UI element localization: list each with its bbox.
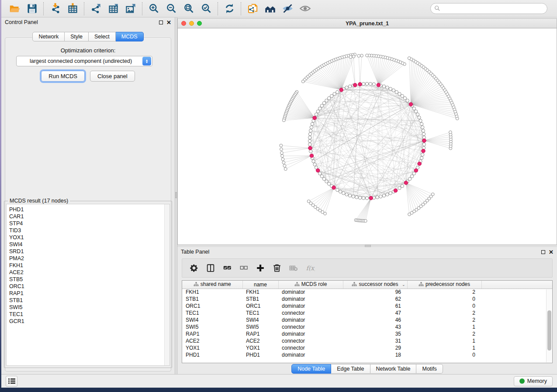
network-node[interactable] bbox=[282, 119, 285, 122]
network-dominator-node[interactable] bbox=[313, 116, 317, 120]
network-node[interactable] bbox=[376, 196, 379, 199]
network-node[interactable] bbox=[372, 83, 375, 86]
network-node[interactable] bbox=[369, 83, 372, 86]
network-dominator-node[interactable] bbox=[422, 139, 426, 143]
network-window-titlebar[interactable]: YPA_prune.txt_1 bbox=[177, 18, 557, 28]
mcds-result-item[interactable]: STB5 bbox=[9, 276, 170, 283]
delete-column-icon[interactable] bbox=[270, 261, 284, 275]
network-dominator-node[interactable] bbox=[394, 189, 398, 193]
mcds-result-item[interactable]: TID3 bbox=[9, 227, 170, 234]
mcds-result-item[interactable]: ACE2 bbox=[9, 269, 170, 276]
network-node[interactable] bbox=[416, 113, 419, 116]
network-dominator-node[interactable] bbox=[414, 168, 418, 172]
tab-style[interactable]: Style bbox=[65, 32, 89, 41]
network-node[interactable] bbox=[421, 126, 424, 129]
tab-network[interactable]: Network bbox=[32, 32, 65, 41]
close-panel-icon[interactable]: ✕ bbox=[549, 249, 554, 255]
network-node[interactable] bbox=[313, 163, 316, 166]
network-node[interactable] bbox=[408, 57, 411, 60]
network-node[interactable] bbox=[322, 101, 325, 104]
zoom-out-icon[interactable] bbox=[163, 1, 180, 16]
network-node[interactable] bbox=[308, 136, 311, 139]
network-dominator-node[interactable] bbox=[353, 83, 357, 87]
network-node[interactable] bbox=[403, 96, 406, 100]
table-row[interactable]: ORC1ORC1dominator610 bbox=[182, 303, 552, 309]
unselect-all-columns-icon[interactable] bbox=[236, 261, 251, 275]
network-node[interactable] bbox=[325, 99, 328, 102]
zoom-in-icon[interactable] bbox=[145, 1, 163, 16]
sort-descending-icon[interactable]: ⌄ bbox=[402, 282, 405, 287]
table-row[interactable]: RAP1RAP1dominator352 bbox=[182, 330, 552, 337]
table-scrollbar-thumb[interactable] bbox=[547, 310, 551, 351]
tab-mcds[interactable]: MCDS bbox=[116, 32, 144, 41]
network-node[interactable] bbox=[284, 168, 287, 171]
mcds-result-item[interactable]: PMA2 bbox=[9, 255, 170, 262]
splitter-grab-handle[interactable] bbox=[175, 192, 177, 198]
float-panel-icon[interactable] bbox=[541, 250, 545, 254]
close-panel-button[interactable]: Close panel bbox=[90, 71, 135, 82]
network-node[interactable] bbox=[366, 54, 369, 57]
column-header-name[interactable]: name bbox=[242, 281, 278, 289]
network-node[interactable] bbox=[422, 133, 425, 136]
import-table-icon[interactable] bbox=[64, 1, 81, 16]
network-node[interactable] bbox=[310, 126, 313, 129]
network-node[interactable] bbox=[401, 94, 404, 97]
network-node[interactable] bbox=[318, 107, 321, 110]
network-node[interactable] bbox=[406, 99, 409, 102]
network-dominator-node[interactable] bbox=[404, 181, 408, 185]
network-node[interactable] bbox=[280, 148, 283, 151]
run-mcds-button[interactable]: Run MCDS bbox=[41, 71, 85, 82]
table-row[interactable]: PHD1PHD1dominator180 bbox=[182, 351, 552, 358]
network-node[interactable] bbox=[315, 113, 318, 116]
network-node[interactable] bbox=[420, 122, 423, 125]
tab-network-table[interactable]: Network Table bbox=[370, 364, 417, 374]
network-node[interactable] bbox=[398, 92, 401, 95]
network-node[interactable] bbox=[408, 177, 411, 180]
network-node[interactable] bbox=[336, 188, 339, 191]
network-node[interactable] bbox=[301, 80, 304, 83]
network-node[interactable] bbox=[382, 85, 385, 88]
export-table-icon[interactable] bbox=[104, 1, 122, 16]
network-node[interactable] bbox=[330, 94, 333, 97]
table-row[interactable]: YOX1YOX1connector291 bbox=[182, 344, 552, 351]
network-node[interactable] bbox=[360, 54, 363, 57]
tab-node-table[interactable]: Node Table bbox=[291, 364, 331, 374]
window-close-icon[interactable] bbox=[181, 21, 186, 26]
network-node[interactable] bbox=[333, 92, 336, 95]
mcds-result-item[interactable]: SRD1 bbox=[9, 248, 170, 255]
mcds-result-list[interactable]: PHD1CAR1STP4TID3YOX1SWI4SRD1PMA2FKH1ACE2… bbox=[6, 204, 170, 366]
mcds-result-item[interactable]: FKH1 bbox=[9, 262, 170, 269]
zoom-selected-icon[interactable] bbox=[197, 1, 215, 16]
table-row[interactable]: FKH1FKH1dominator962 bbox=[182, 289, 552, 296]
mcds-result-item[interactable]: TEC1 bbox=[9, 311, 170, 318]
network-node[interactable] bbox=[349, 55, 352, 58]
network-node[interactable] bbox=[431, 193, 434, 196]
network-node[interactable] bbox=[422, 143, 426, 146]
network-node[interactable] bbox=[386, 193, 389, 196]
mcds-result-item[interactable]: STB1 bbox=[9, 297, 170, 304]
network-node[interactable] bbox=[352, 195, 355, 198]
table-row[interactable]: ACE2ACE2connector311 bbox=[182, 337, 552, 344]
open-file-icon[interactable] bbox=[6, 1, 23, 16]
network-dominator-node[interactable] bbox=[418, 162, 422, 166]
window-minimize-icon[interactable] bbox=[189, 21, 194, 26]
refresh-view-icon[interactable] bbox=[221, 1, 238, 16]
network-node[interactable] bbox=[309, 150, 312, 153]
network-node[interactable] bbox=[308, 133, 311, 136]
network-node[interactable] bbox=[312, 160, 315, 163]
network-node[interactable] bbox=[316, 110, 319, 113]
network-dominator-node[interactable] bbox=[377, 83, 381, 87]
network-dominator-node[interactable] bbox=[310, 154, 314, 158]
network-node[interactable] bbox=[280, 151, 284, 155]
network-node[interactable] bbox=[401, 184, 404, 187]
network-node[interactable] bbox=[419, 119, 422, 122]
network-dominator-node[interactable] bbox=[358, 83, 362, 86]
mcds-result-item[interactable]: ORC1 bbox=[9, 283, 170, 290]
network-node[interactable] bbox=[281, 155, 284, 158]
network-node[interactable] bbox=[322, 177, 325, 180]
show-panels-menu-button[interactable] bbox=[6, 376, 17, 387]
network-dominator-node[interactable] bbox=[332, 186, 336, 189]
network-node[interactable] bbox=[355, 196, 358, 199]
network-node[interactable] bbox=[320, 175, 323, 178]
table-row[interactable]: SWI5SWI5connector431 bbox=[182, 323, 552, 330]
